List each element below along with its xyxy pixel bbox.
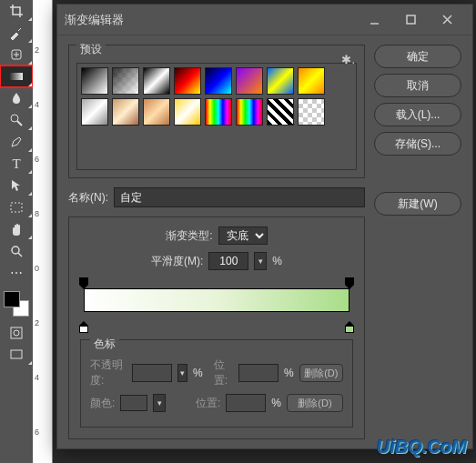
preset-swatch[interactable] <box>112 98 139 126</box>
delete-opacity-stop-button: 删除(D) <box>299 364 343 382</box>
gradient-edit-section: 渐变类型: 实底 平滑度(M): ▾ % <box>68 216 365 439</box>
presets-section: 预设 ✱. <box>68 45 365 178</box>
edit-toolbar[interactable]: ⋯ <box>0 262 33 284</box>
position-label-2: 位置: <box>196 396 220 411</box>
svg-point-4 <box>12 247 19 254</box>
screen-mode[interactable] <box>0 344 33 366</box>
quick-mask[interactable] <box>0 322 33 344</box>
svg-rect-7 <box>11 350 22 358</box>
preset-swatch[interactable] <box>298 67 325 95</box>
color-stop[interactable] <box>79 321 88 332</box>
stops-label: 色标 <box>90 337 119 350</box>
pen-tool[interactable] <box>0 131 33 153</box>
svg-rect-3 <box>11 203 22 212</box>
opacity-field-label: 不透明度: <box>90 357 127 388</box>
presets-label: 预设 <box>76 43 106 55</box>
hand-tool[interactable] <box>0 218 33 240</box>
svg-point-6 <box>14 330 19 336</box>
stops-section: 色标 不透明度: ▾ % 位置: % 删除(D) <box>80 339 353 428</box>
shape-tool[interactable] <box>0 196 33 218</box>
blur-tool[interactable] <box>0 87 33 109</box>
preset-swatch[interactable] <box>205 67 232 95</box>
name-label: 名称(N): <box>68 190 108 206</box>
gradient-name-input[interactable] <box>114 187 365 207</box>
preset-swatch[interactable] <box>298 98 325 126</box>
opacity-position-input <box>238 364 279 382</box>
color-position-input <box>226 394 266 412</box>
gradient-preview-bar[interactable] <box>84 288 349 312</box>
cancel-button[interactable]: 取消 <box>374 74 461 97</box>
crop-tool[interactable] <box>0 0 33 22</box>
dialog-title: 渐变编辑器 <box>65 12 124 28</box>
smoothness-dropdown[interactable]: ▾ <box>254 252 267 270</box>
zoom-tool[interactable] <box>0 240 33 262</box>
preset-swatch[interactable] <box>236 98 263 126</box>
color-stop[interactable] <box>345 321 354 332</box>
smooth-label: 平滑度(M): <box>151 254 203 269</box>
dialog-titlebar[interactable]: 渐变编辑器 <box>57 5 472 35</box>
presets-menu-button[interactable]: ✱. <box>341 53 355 66</box>
preset-swatch[interactable] <box>81 67 108 95</box>
preset-swatch[interactable] <box>267 98 294 126</box>
percent-label: % <box>272 255 282 267</box>
gradient-tool[interactable] <box>0 65 33 87</box>
preset-swatch[interactable] <box>112 67 139 95</box>
vertical-ruler: 2 4 6 8 0 2 4 6 <box>33 0 53 463</box>
opacity-input <box>132 364 172 382</box>
tools-panel: T ⋯ <box>0 0 33 463</box>
color-field-label: 颜色: <box>90 396 115 411</box>
gradient-track[interactable] <box>80 277 353 332</box>
load-button[interactable]: 载入(L)... <box>374 103 461 126</box>
color-swatch <box>120 395 147 411</box>
ok-button[interactable]: 确定 <box>374 45 461 68</box>
path-select-tool[interactable] <box>0 175 33 196</box>
color-dropdown: ▾ <box>153 394 166 412</box>
dodge-tool[interactable] <box>0 109 33 131</box>
fg-bg-swatch[interactable] <box>0 289 33 322</box>
preset-swatch[interactable] <box>205 98 232 126</box>
healing-tool[interactable] <box>0 44 33 65</box>
preset-swatch[interactable] <box>143 67 170 95</box>
smoothness-input[interactable] <box>208 252 248 270</box>
type-tool[interactable]: T <box>0 153 33 175</box>
gradient-type-select[interactable]: 实底 <box>218 226 268 245</box>
delete-color-stop-button: 删除(D) <box>287 394 343 412</box>
preset-grid <box>76 63 357 170</box>
preset-swatch[interactable] <box>81 98 108 126</box>
svg-rect-8 <box>407 15 415 24</box>
preset-swatch[interactable] <box>174 98 201 126</box>
opacity-stop[interactable] <box>345 277 354 288</box>
close-button[interactable] <box>429 5 465 35</box>
watermark: UiBQ.CoM <box>377 437 467 458</box>
maximize-button[interactable] <box>392 5 429 35</box>
gradient-editor-dialog: 渐变编辑器 预设 ✱. 名称(N): 渐变类型: 实 <box>56 4 473 449</box>
opacity-stop[interactable] <box>79 277 88 288</box>
preset-swatch[interactable] <box>236 67 263 95</box>
preset-swatch[interactable] <box>174 67 201 95</box>
preset-swatch[interactable] <box>143 98 170 126</box>
svg-point-2 <box>11 115 18 122</box>
svg-rect-1 <box>10 73 23 80</box>
fg-color-swatch[interactable] <box>4 291 20 307</box>
position-label: 位置: <box>214 357 233 388</box>
preset-swatch[interactable] <box>267 67 294 95</box>
eyedropper-tool[interactable] <box>0 22 33 44</box>
minimize-button[interactable] <box>356 5 392 35</box>
svg-rect-5 <box>11 327 22 338</box>
new-button[interactable]: 新建(W) <box>374 192 461 216</box>
type-label: 渐变类型: <box>166 228 212 244</box>
opacity-dropdown: ▾ <box>177 364 187 382</box>
save-button[interactable]: 存储(S)... <box>374 132 461 156</box>
